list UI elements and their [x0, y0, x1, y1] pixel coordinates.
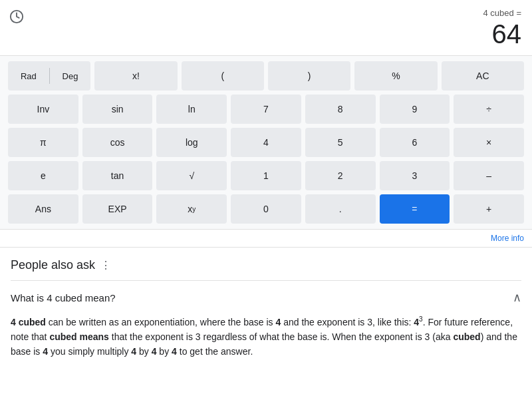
- three-button[interactable]: 3: [380, 161, 450, 190]
- calc-display: 4 cubed = 64: [0, 0, 532, 56]
- paa-menu-icon[interactable]: ⋮: [100, 259, 111, 272]
- calc-row-3: π cos log 4 5 6 ×: [8, 128, 524, 157]
- pi-button[interactable]: π: [8, 128, 78, 157]
- lparen-button[interactable]: (: [182, 61, 264, 91]
- subtract-button[interactable]: –: [454, 161, 524, 190]
- calc-row-4: e tan √ 1 2 3 –: [8, 161, 524, 190]
- multiply-button[interactable]: ×: [454, 128, 524, 157]
- calculator-body: Rad Deg x! ( ) % AC Inv sin ln 7 8 9 ÷ π…: [0, 56, 532, 230]
- calc-result: 64: [11, 19, 521, 49]
- euler-button[interactable]: e: [8, 161, 78, 190]
- paa-answer: 4 cubed can be written as an exponentiat…: [11, 314, 521, 370]
- cos-button[interactable]: cos: [82, 128, 153, 157]
- rad-deg-group: Rad Deg: [8, 61, 90, 91]
- paa-question-row[interactable]: What is 4 cubed mean? ∧: [11, 280, 521, 314]
- ans-button[interactable]: Ans: [8, 194, 78, 224]
- calc-row-1: Rad Deg x! ( ) % AC: [8, 61, 524, 91]
- six-button[interactable]: 6: [380, 128, 450, 157]
- two-button[interactable]: 2: [305, 161, 376, 190]
- chevron-up-icon: ∧: [513, 290, 521, 305]
- four-button[interactable]: 4: [231, 128, 301, 157]
- paa-header: People also ask ⋮: [11, 258, 521, 272]
- seven-button[interactable]: 7: [231, 95, 301, 124]
- calc-row-5: Ans EXP xy 0 . = +: [8, 194, 524, 224]
- five-button[interactable]: 5: [305, 128, 376, 157]
- log-button[interactable]: log: [156, 128, 227, 157]
- exp-button[interactable]: EXP: [82, 194, 153, 224]
- nine-button[interactable]: 9: [380, 95, 450, 124]
- sqrt-button[interactable]: √: [156, 161, 227, 190]
- power-button[interactable]: xy: [156, 194, 227, 224]
- dot-button[interactable]: .: [305, 194, 376, 224]
- tan-button[interactable]: tan: [82, 161, 153, 190]
- percent-button[interactable]: %: [354, 61, 437, 91]
- more-info-link[interactable]: More info: [0, 230, 532, 248]
- clear-button[interactable]: AC: [442, 61, 524, 91]
- rad-button[interactable]: Rad: [8, 61, 49, 91]
- calc-row-2: Inv sin ln 7 8 9 ÷: [8, 95, 524, 124]
- deg-button[interactable]: Deg: [50, 61, 91, 91]
- inv-button[interactable]: Inv: [8, 95, 78, 124]
- equals-button[interactable]: =: [380, 194, 450, 224]
- history-icon[interactable]: [9, 9, 24, 27]
- eight-button[interactable]: 8: [305, 95, 376, 124]
- ln-button[interactable]: ln: [156, 95, 227, 124]
- paa-title: People also ask: [11, 258, 95, 272]
- one-button[interactable]: 1: [231, 161, 301, 190]
- calc-expression: 4 cubed =: [11, 8, 521, 18]
- rparen-button[interactable]: ): [268, 61, 350, 91]
- paa-question-text: What is 4 cubed mean?: [11, 292, 116, 303]
- factorial-button[interactable]: x!: [94, 61, 177, 91]
- sin-button[interactable]: sin: [82, 95, 153, 124]
- zero-button[interactable]: 0: [231, 194, 301, 224]
- people-also-ask-section: People also ask ⋮ What is 4 cubed mean? …: [0, 248, 532, 370]
- divide-button[interactable]: ÷: [454, 95, 524, 124]
- add-button[interactable]: +: [454, 194, 524, 224]
